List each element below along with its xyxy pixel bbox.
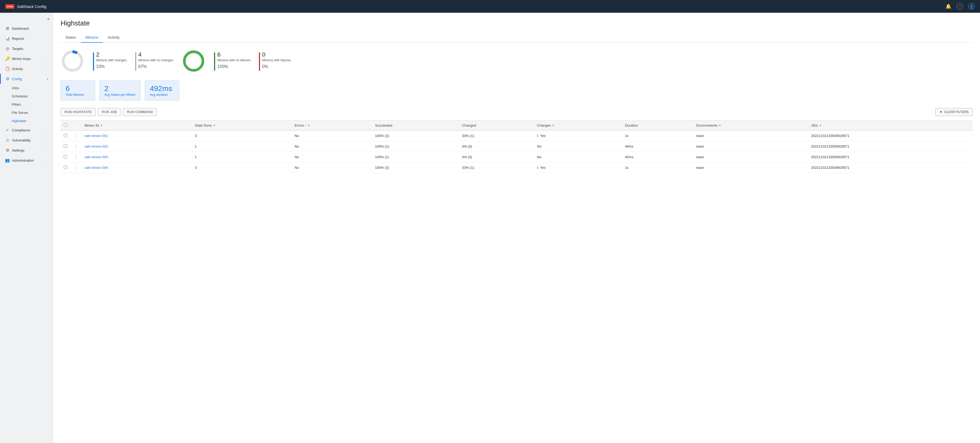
changes-info-icon[interactable]: ℹ — [537, 134, 538, 138]
topnav-left: vmw SaltStack Config — [5, 4, 46, 9]
row-duration: 1s — [622, 162, 693, 173]
row-duration: 44ms — [622, 141, 693, 152]
compliance-icon: ✓ — [5, 128, 10, 132]
row-checkbox-3[interactable] — [64, 166, 67, 169]
environments-filter-icon[interactable]: ▼ — [718, 124, 721, 127]
page-title: Highstate — [60, 19, 972, 27]
row-succeeded: 100% (3) — [372, 130, 459, 141]
run-job-button[interactable]: RUN JOB — [98, 108, 121, 116]
minion-id-link[interactable]: salt-minion-004 — [84, 166, 108, 170]
changes-pct: 33% — [96, 64, 127, 69]
run-command-button[interactable]: RUN COMMAND — [123, 108, 157, 116]
card-avg-states: 2 Avg States per Minion — [99, 81, 140, 101]
total-minions-num: 6 — [65, 84, 90, 93]
sidebar-item-label: Config — [12, 77, 22, 81]
user-icon[interactable]: 👤 — [968, 3, 975, 10]
sidebar-item-minion-keys[interactable]: 🔑 Minion Keys › — [0, 54, 53, 64]
sidebar-item-dashboard[interactable]: ⊞ Dashboard — [0, 23, 53, 33]
sidebar-sub-item-schedules[interactable]: Schedules — [0, 92, 53, 100]
minion-id-filter-icon[interactable]: ▼ — [100, 124, 103, 127]
chevron-right-icon: › — [48, 159, 49, 162]
help-icon[interactable]: ? — [957, 3, 963, 10]
stat-info-no-changes: 4 Minions with no changes 67% — [138, 51, 173, 69]
sidebar-sub-item-pillars[interactable]: Pillars — [0, 100, 53, 108]
row-menu-button[interactable]: ⋮ — [73, 165, 78, 170]
row-jids: 20221102133509929571 — [808, 130, 972, 141]
row-environments: base — [693, 141, 808, 152]
row-menu-button[interactable]: ⋮ — [73, 144, 78, 149]
sidebar-item-vulnerability[interactable]: ⚠ Vulnerability › — [0, 135, 53, 145]
no-failures-count: 6 — [217, 51, 250, 58]
sidebar-item-administration[interactable]: 👥 Administration › — [0, 155, 53, 165]
row-minion-id: salt-minion-004 — [81, 162, 191, 173]
run-highstate-button[interactable]: RUN HIGHSTATE — [60, 108, 96, 116]
tab-minions[interactable]: Minions — [81, 33, 103, 43]
clear-filters-button[interactable]: ▼ CLEAR FILTERS — [935, 108, 972, 116]
state-runs-filter-icon[interactable]: ▼ — [213, 124, 216, 127]
failures-count: 0 — [262, 51, 291, 58]
changes-donut — [60, 49, 84, 73]
sidebar: « ⊞ Dashboard 📊 Reports ◎ Targets 🔑 Mini… — [0, 13, 53, 443]
sidebar-sub-item-file-server[interactable]: File Server — [0, 108, 53, 117]
stat-info-no-failures: 6 Minions with no failures 100% — [217, 51, 250, 69]
settings-icon: ⚙ — [5, 148, 10, 152]
errors-sort-icon[interactable]: ↑ — [305, 124, 307, 127]
changes-info-icon[interactable]: ℹ — [537, 166, 538, 170]
changes-filter-icon[interactable]: ▼ — [552, 124, 555, 127]
row-succeeded: 100% (1) — [372, 152, 459, 162]
chevron-right-icon: › — [48, 149, 49, 152]
sidebar-item-config[interactable]: ⚙ Config ∨ — [0, 74, 53, 84]
sidebar-sub-item-highstate[interactable]: Highstate — [0, 117, 53, 125]
sidebar-sub-label: Highstate — [12, 119, 26, 123]
row-duration: 45ms — [622, 152, 693, 162]
row-state-runs: 1 — [191, 152, 291, 162]
row-jids: 20221102133509929571 — [808, 152, 972, 162]
row-changes: No — [534, 141, 622, 152]
sidebar-item-reports[interactable]: 📊 Reports — [0, 33, 53, 43]
sidebar-item-settings[interactable]: ⚙ Settings › — [0, 145, 53, 155]
row-checkbox-0[interactable] — [64, 134, 67, 137]
vmw-logo: vmw — [5, 4, 14, 9]
select-all-checkbox[interactable] — [64, 123, 67, 127]
row-checkbox-1[interactable] — [64, 144, 67, 148]
minions-table: Minion ID ▼ State Runs ▼ Errors ↑ — [60, 120, 972, 173]
action-bar: RUN HIGHSTATE RUN JOB RUN COMMAND ▼ CLEA… — [60, 108, 972, 116]
content-area: Highstate States Minions Activity 2 Mini… — [53, 13, 980, 443]
summary-cards: 6 Total Minions 2 Avg States per Minion … — [60, 81, 972, 101]
table-header-row: Minion ID ▼ State Runs ▼ Errors ↑ — [60, 121, 972, 130]
row-checkbox-2[interactable] — [64, 155, 67, 159]
row-menu-cell: ⋮ — [70, 130, 81, 141]
errors-filter-icon[interactable]: ▼ — [307, 124, 310, 127]
jids-filter-icon[interactable]: ▼ — [819, 124, 822, 127]
reports-icon: 📊 — [5, 36, 10, 41]
sidebar-sub-item-jobs[interactable]: Jobs — [0, 84, 53, 92]
notifications-icon[interactable]: 🔔 — [945, 3, 951, 9]
minion-id-link[interactable]: salt-minion-003 — [84, 155, 108, 159]
row-changed: 0% (0) — [459, 141, 534, 152]
tab-states[interactable]: States — [60, 33, 81, 43]
table-row: ⋮ salt-minion-003 1 No 100% (1) 0% (0) N… — [60, 152, 972, 162]
no-changes-label: Minions with no changes — [138, 58, 173, 63]
th-changed: Changed — [459, 121, 534, 130]
sidebar-item-label: Dashboard — [12, 27, 29, 30]
row-menu-button[interactable]: ⋮ — [73, 155, 78, 159]
sidebar-item-targets[interactable]: ◎ Targets — [0, 43, 53, 54]
row-checkbox-cell — [60, 141, 70, 152]
changes-label: Minions with changes — [96, 58, 127, 63]
sidebar-item-compliance[interactable]: ✓ Compliance › — [0, 125, 53, 135]
row-state-runs: 1 — [191, 141, 291, 152]
row-changed: 33% (1) — [459, 130, 534, 141]
row-errors: No — [291, 152, 372, 162]
row-jids: 20221102133509929571 — [808, 162, 972, 173]
sidebar-item-label: Targets — [12, 47, 23, 51]
row-state-runs: 3 — [191, 162, 291, 173]
row-menu-button[interactable]: ⋮ — [73, 133, 78, 138]
failures-donut — [182, 49, 205, 73]
sidebar-item-activity[interactable]: 📋 Activity › — [0, 64, 53, 74]
chevron-right-icon: › — [48, 129, 49, 132]
minion-id-link[interactable]: salt-minion-001 — [84, 134, 108, 138]
sidebar-collapse-btn[interactable]: « — [0, 15, 53, 23]
stat-bar-failures — [259, 52, 260, 71]
minion-id-link[interactable]: salt-minion-002 — [84, 144, 108, 148]
tab-activity[interactable]: Activity — [103, 33, 124, 43]
